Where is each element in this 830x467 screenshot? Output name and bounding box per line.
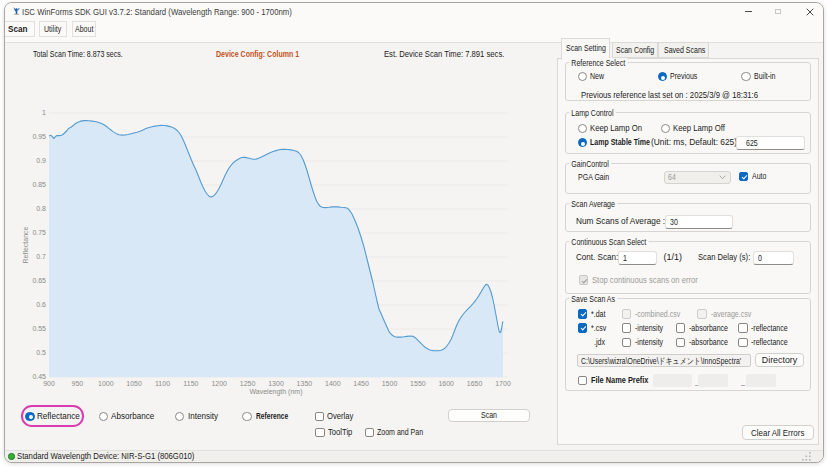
svg-text:0.9: 0.9 bbox=[36, 157, 46, 164]
svg-text:1450: 1450 bbox=[353, 380, 369, 387]
svg-text:0.85: 0.85 bbox=[32, 181, 46, 188]
svg-text:1: 1 bbox=[42, 109, 46, 116]
svg-text:0.65: 0.65 bbox=[32, 277, 46, 284]
svg-text:1550: 1550 bbox=[410, 380, 426, 387]
svg-text:1500: 1500 bbox=[382, 380, 398, 387]
svg-text:1600: 1600 bbox=[438, 380, 454, 387]
svg-text:1200: 1200 bbox=[211, 380, 227, 387]
svg-text:0.8: 0.8 bbox=[36, 205, 46, 212]
svg-text:1650: 1650 bbox=[467, 380, 483, 387]
svg-text:950: 950 bbox=[72, 380, 84, 387]
svg-text:1250: 1250 bbox=[240, 380, 256, 387]
svg-text:1400: 1400 bbox=[325, 380, 341, 387]
svg-text:0.75: 0.75 bbox=[32, 229, 46, 236]
svg-text:1350: 1350 bbox=[297, 380, 313, 387]
svg-text:0.55: 0.55 bbox=[32, 325, 46, 332]
svg-text:Wavelength (nm): Wavelength (nm) bbox=[249, 387, 302, 395]
svg-text:0.7: 0.7 bbox=[36, 253, 46, 260]
svg-text:1150: 1150 bbox=[183, 380, 198, 387]
svg-text:1100: 1100 bbox=[155, 380, 170, 387]
svg-text:1700: 1700 bbox=[495, 380, 511, 387]
svg-text:1000: 1000 bbox=[98, 380, 114, 387]
svg-text:0.95: 0.95 bbox=[32, 133, 46, 140]
svg-text:Reflectance: Reflectance bbox=[22, 226, 29, 263]
svg-text:0.5: 0.5 bbox=[36, 349, 46, 356]
svg-text:900: 900 bbox=[43, 380, 55, 387]
svg-text:1300: 1300 bbox=[268, 380, 284, 387]
svg-text:0.6: 0.6 bbox=[36, 301, 46, 308]
svg-text:1050: 1050 bbox=[126, 380, 142, 387]
